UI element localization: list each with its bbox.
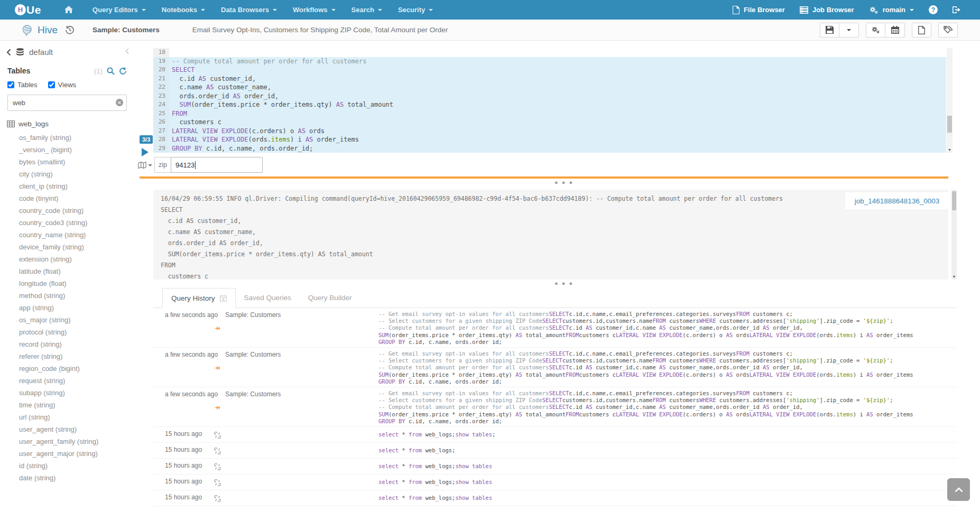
clear-search-icon[interactable]: ✕ (116, 99, 123, 106)
column-item[interactable]: record (string) (19, 338, 134, 350)
save-dropdown-button[interactable] (839, 23, 859, 38)
resize-handle[interactable]: ● ● ● (554, 181, 574, 184)
tags-button[interactable] (938, 23, 958, 38)
nav-menu-security[interactable]: Security (390, 0, 441, 20)
nav-menu-search[interactable]: Search (344, 0, 390, 20)
hue-logo[interactable]: HUe (15, 4, 41, 16)
filter-views-checkbox[interactable]: Views (48, 81, 76, 89)
execute-query-button[interactable] (142, 148, 149, 156)
nav-menu-data-browsers[interactable]: Data Browsers (213, 0, 285, 20)
history-row[interactable]: 15 hours agoselect * from web_logs;show … (153, 490, 957, 506)
code-line[interactable]: 24 SUM(order_items.price * order_items.q… (153, 100, 946, 109)
database-name[interactable]: default (29, 48, 53, 57)
column-item[interactable]: subapp (string) (19, 387, 134, 399)
log-scrollbar-thumb[interactable] (952, 191, 956, 210)
column-item[interactable]: url (string) (19, 411, 134, 423)
code-line[interactable]: 19-- Compute total amount per order for … (153, 57, 946, 66)
file-browser-button[interactable]: File Browser (725, 0, 792, 20)
job-link[interactable]: job_1461888648136_0003 (855, 197, 940, 205)
new-query-button[interactable] (912, 23, 931, 38)
filter-tables-checkbox[interactable]: Tables (7, 81, 38, 89)
history-row[interactable]: a few seconds agoSample: Customers-- Get… (153, 348, 957, 387)
code-line[interactable]: 21 c.id AS customer_id, (153, 75, 946, 83)
history-row[interactable]: 15 hours agoselect * from web_logs;show … (153, 427, 957, 443)
column-item[interactable]: region_code (bigint) (19, 362, 134, 375)
code-line[interactable]: 27LATERAL VIEW EXPLODE(c.orders) o AS or… (153, 127, 946, 136)
editor-scrollbar[interactable]: ▼ (947, 48, 953, 153)
history-row[interactable]: 15 hours agoselect * from web_logs;show … (153, 474, 957, 490)
views-checkbox-input[interactable] (48, 81, 55, 88)
sql-editor[interactable]: 1819-- Compute total amount per order fo… (153, 48, 946, 153)
column-item[interactable]: longitude (float) (19, 277, 134, 290)
settings-button[interactable] (866, 23, 885, 38)
history-row[interactable]: a few seconds agoSample: Customers-- Get… (153, 387, 957, 427)
code-line[interactable]: 18 (153, 48, 946, 57)
search-icon[interactable] (107, 67, 115, 75)
column-item[interactable]: country_name (string) (19, 229, 134, 241)
scroll-down-icon[interactable]: ▼ (951, 273, 957, 280)
table-item[interactable]: web_logs (7, 120, 134, 128)
job-browser-button[interactable]: Job Browser (792, 0, 862, 20)
column-item[interactable]: os_family (string) (19, 132, 134, 144)
sidebar-collapse-icon[interactable] (125, 48, 129, 54)
history-row[interactable]: 15 hours agoselect * from web_logs;show … (153, 459, 957, 474)
column-item[interactable]: country_code3 (string) (19, 217, 134, 229)
calendar-x-icon[interactable] (220, 295, 227, 302)
column-item[interactable]: method (string) (19, 290, 134, 302)
query-history-icon[interactable] (65, 25, 75, 35)
home-button[interactable] (57, 0, 80, 20)
logout-button[interactable] (945, 0, 968, 20)
column-item[interactable]: code (tinyint) (19, 192, 134, 204)
column-item[interactable]: id (string) (19, 460, 134, 472)
tab-query-builder[interactable]: Query Builder (300, 288, 360, 308)
log-scrollbar[interactable]: ▼ (951, 190, 957, 280)
code-line[interactable]: 29GROUP BY c.id, c.name, ords.order_id; (153, 144, 946, 153)
scroll-down-icon[interactable]: ▼ (947, 146, 953, 153)
tables-checkbox-input[interactable] (7, 81, 14, 88)
nav-menu-workflows[interactable]: Workflows (285, 0, 344, 20)
code-line[interactable]: 23 ords.order_id AS order_id, (153, 92, 946, 101)
nav-menu-query-editors[interactable]: Query Editors (85, 0, 154, 20)
history-row[interactable]: a few seconds agoSample: Customers-- Get… (153, 308, 957, 348)
column-item[interactable]: referer (string) (19, 350, 134, 362)
code-line[interactable]: 25FROM (153, 109, 946, 118)
variables-map-button[interactable] (138, 161, 152, 169)
column-item[interactable]: date (string) (19, 472, 134, 484)
code-line[interactable]: 22 c.name AS customer_name, (153, 83, 946, 92)
tab-saved-queries[interactable]: Saved Queries (236, 288, 300, 308)
column-item[interactable]: client_ip (string) (19, 180, 134, 192)
column-item[interactable]: user_agent (string) (19, 423, 134, 435)
column-item[interactable]: _version_ (bigint) (19, 144, 134, 156)
tab-query-history[interactable]: Query History (162, 288, 236, 308)
variable-value-input[interactable]: 94123 (171, 157, 263, 173)
scroll-to-top-button[interactable] (947, 478, 970, 501)
column-item[interactable]: os_major (string) (19, 314, 134, 326)
code-line[interactable]: 28LATERAL VIEW EXPLODE(ords.items) i AS … (153, 135, 946, 144)
column-item[interactable]: country_code (string) (19, 204, 134, 217)
history-row[interactable]: 15 hours agoselect * from web_logs; (153, 443, 957, 459)
column-item[interactable]: app (string) (19, 302, 134, 314)
chevron-left-icon[interactable] (6, 49, 11, 56)
column-item[interactable]: city (string) (19, 168, 134, 180)
column-item[interactable]: device_family (string) (19, 241, 134, 253)
app-name[interactable]: Hive (38, 24, 58, 36)
column-item[interactable]: request (string) (19, 375, 134, 387)
table-search-input[interactable] (7, 95, 127, 111)
code-line[interactable]: 20SELECT (153, 66, 946, 75)
column-item[interactable]: extension (string) (19, 253, 134, 265)
nav-menu-notebooks[interactable]: Notebooks (154, 0, 213, 20)
help-button[interactable]: ? (921, 0, 945, 20)
column-item[interactable]: protocol (string) (19, 326, 134, 338)
column-item[interactable]: user_agent_family (string) (19, 435, 134, 448)
refresh-icon[interactable] (119, 67, 127, 75)
user-menu[interactable]: romain (862, 0, 921, 20)
code-line[interactable]: 26 customers c (153, 118, 946, 127)
schedule-button[interactable] (885, 23, 905, 38)
resize-handle[interactable]: ● ● ● (554, 282, 574, 285)
column-item[interactable]: bytes (smallint) (19, 156, 134, 168)
column-item[interactable]: latitude (float) (19, 265, 134, 277)
editor-scrollbar-thumb[interactable] (947, 116, 952, 133)
column-item[interactable]: user_agent_major (string) (19, 448, 134, 460)
column-item[interactable]: time (string) (19, 399, 134, 411)
save-button[interactable] (820, 23, 839, 38)
